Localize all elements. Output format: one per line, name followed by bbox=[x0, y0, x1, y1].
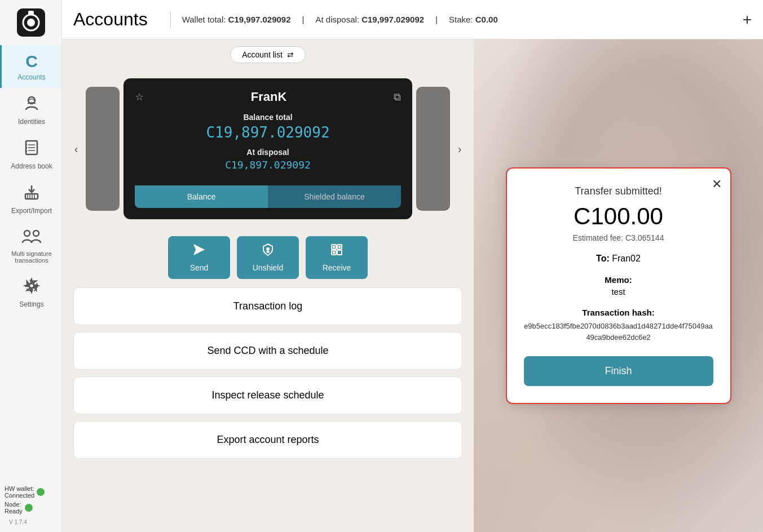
account-list-icon: ⇄ bbox=[287, 50, 294, 59]
unshield-button[interactable]: Unshield bbox=[237, 236, 299, 279]
next-account-arrow[interactable]: › bbox=[451, 140, 468, 157]
svg-rect-8 bbox=[25, 150, 27, 152]
stake-label: Stake: C0.00 bbox=[449, 15, 498, 24]
svg-rect-30 bbox=[333, 246, 335, 248]
multi-sig-icon bbox=[21, 228, 42, 248]
node-label: Node:Ready bbox=[5, 501, 23, 515]
modal-amount: C100.00 bbox=[524, 203, 713, 230]
unshield-label: Unshield bbox=[253, 263, 283, 272]
svg-point-23 bbox=[266, 247, 270, 251]
header-divider bbox=[170, 11, 171, 28]
modal-to: To: Fran02 bbox=[524, 254, 713, 264]
sidebar-item-multi-sig[interactable]: Multi signature transactions bbox=[0, 221, 61, 271]
svg-rect-6 bbox=[25, 144, 27, 145]
version-label: V 1.7.4 bbox=[5, 517, 57, 527]
transaction-log-item[interactable]: Transaction log bbox=[73, 287, 462, 325]
modal-title: Transfer submitted! bbox=[524, 185, 713, 197]
right-panel: ✕ Transfer submitted! C100.00 Estimated … bbox=[474, 39, 763, 532]
svg-point-19 bbox=[29, 283, 34, 288]
sidebar-item-label: Address book bbox=[11, 162, 52, 170]
account-name: FranK bbox=[144, 90, 394, 104]
wallet-total-label: Wallet total: C19,997.029092 bbox=[182, 15, 291, 24]
account-carousel: ‹ ☆ FranK ⧉ Balance total C19,897.029092… bbox=[62, 70, 474, 228]
sidebar-item-label: Identities bbox=[18, 118, 45, 126]
header-pipe2: | bbox=[435, 15, 438, 24]
modal-memo-value: test bbox=[524, 287, 713, 296]
modal-fee: Estimated fee: C3.065144 bbox=[524, 233, 713, 242]
sidebar-item-export-import[interactable]: Export/Import bbox=[0, 177, 61, 221]
sidebar-item-label: Export/Import bbox=[11, 207, 52, 215]
sidebar-item-label: Multi signature transactions bbox=[6, 250, 57, 264]
at-disposal-label: At disposal bbox=[135, 148, 401, 157]
node-status: Node:Ready bbox=[5, 501, 57, 515]
header: Accounts Wallet total: C19,997.029092 | … bbox=[62, 0, 763, 39]
content-area: Account list ⇄ ‹ ☆ FranK ⧉ Balance total bbox=[62, 39, 763, 532]
svg-point-18 bbox=[33, 230, 39, 236]
export-reports-item[interactable]: Export account reports bbox=[73, 421, 462, 459]
balance-total-value: C19,897.029092 bbox=[135, 124, 401, 141]
hw-wallet-status: HW wallet:Connected bbox=[5, 485, 57, 499]
header-stats: Wallet total: C19,997.029092 | At dispos… bbox=[182, 15, 498, 24]
address-book-icon bbox=[23, 139, 40, 160]
balance-total-label: Balance total bbox=[135, 113, 401, 122]
tab-shielded-balance[interactable]: Shielded balance bbox=[268, 185, 401, 208]
node-dot bbox=[25, 504, 33, 512]
left-panel: Account list ⇄ ‹ ☆ FranK ⧉ Balance total bbox=[62, 39, 474, 532]
modal-to-value: Fran02 bbox=[612, 254, 641, 263]
sidebar-item-label: Accounts bbox=[17, 73, 45, 81]
tab-balance[interactable]: Balance bbox=[135, 185, 268, 208]
at-disposal-value: C19,897.029092 bbox=[135, 159, 401, 171]
modal-hash-value: e9b5ecc183f5fbe2070d0836b3aad1d48271dde4… bbox=[524, 321, 713, 343]
svg-rect-29 bbox=[337, 250, 342, 255]
svg-marker-22 bbox=[193, 244, 205, 255]
edit-icon[interactable]: ⧉ bbox=[394, 91, 401, 103]
wallet-total-value: C19,997.029092 bbox=[228, 15, 291, 24]
card-tabs: Balance Shielded balance bbox=[135, 185, 401, 208]
main-area: Accounts Wallet total: C19,997.029092 | … bbox=[62, 0, 763, 532]
action-buttons: Send Unshield bbox=[62, 228, 474, 287]
hw-wallet-label: HW wallet:Connected bbox=[5, 485, 34, 499]
send-ccd-schedule-item[interactable]: Send CCD with a schedule bbox=[73, 332, 462, 370]
finish-button[interactable]: Finish bbox=[524, 356, 713, 386]
modal-memo-label: Memo: bbox=[524, 275, 713, 285]
accounts-icon: C bbox=[25, 52, 38, 71]
modal-fee-value: C3.065144 bbox=[625, 233, 664, 242]
account-list-tab[interactable]: Account list ⇄ bbox=[230, 46, 306, 63]
sidebar-status: HW wallet:Connected Node:Ready V 1.7.4 bbox=[0, 481, 61, 532]
identities-icon bbox=[23, 95, 40, 116]
inspect-release-item[interactable]: Inspect release schedule bbox=[73, 376, 462, 414]
at-disposal-value: C19,997.029092 bbox=[361, 15, 424, 24]
account-list-tab-bar: Account list ⇄ bbox=[62, 39, 474, 70]
sidebar-item-settings[interactable]: Settings bbox=[0, 271, 61, 315]
svg-rect-32 bbox=[333, 251, 335, 254]
receive-label: Receive bbox=[323, 263, 351, 272]
svg-point-2 bbox=[27, 19, 35, 26]
favorite-icon[interactable]: ☆ bbox=[135, 91, 144, 103]
svg-rect-31 bbox=[338, 246, 341, 248]
sidebar-item-address-book[interactable]: Address book bbox=[0, 132, 61, 177]
at-disposal-label: At disposal: C19,997.029092 bbox=[315, 15, 424, 24]
send-label: Send bbox=[190, 263, 209, 272]
receive-button[interactable]: Receive bbox=[306, 236, 368, 279]
hw-wallet-dot bbox=[37, 488, 45, 496]
side-card-right[interactable] bbox=[416, 87, 450, 211]
receive-icon bbox=[330, 243, 343, 260]
sidebar-item-label: Settings bbox=[19, 300, 43, 308]
account-list-tab-label: Account list bbox=[242, 50, 283, 59]
modal-fee-label: Estimated fee: bbox=[573, 233, 624, 242]
modal-overlay: ✕ Transfer submitted! C100.00 Estimated … bbox=[474, 39, 763, 532]
account-card: ☆ FranK ⧉ Balance total C19,897.029092 A… bbox=[124, 78, 412, 219]
send-button[interactable]: Send bbox=[168, 236, 230, 279]
prev-account-arrow[interactable]: ‹ bbox=[68, 140, 85, 157]
add-account-button[interactable]: + bbox=[743, 11, 752, 29]
svg-point-17 bbox=[24, 230, 30, 236]
side-card-left[interactable] bbox=[86, 87, 120, 211]
sidebar-item-identities[interactable]: Identities bbox=[0, 88, 61, 132]
sidebar-item-accounts[interactable]: C Accounts bbox=[0, 45, 61, 88]
modal-close-button[interactable]: ✕ bbox=[712, 177, 722, 192]
card-header: ☆ FranK ⧉ bbox=[135, 90, 401, 104]
send-icon bbox=[192, 243, 206, 260]
unshield-icon bbox=[261, 243, 275, 260]
header-pipe: | bbox=[302, 15, 305, 24]
app-logo bbox=[14, 6, 48, 39]
